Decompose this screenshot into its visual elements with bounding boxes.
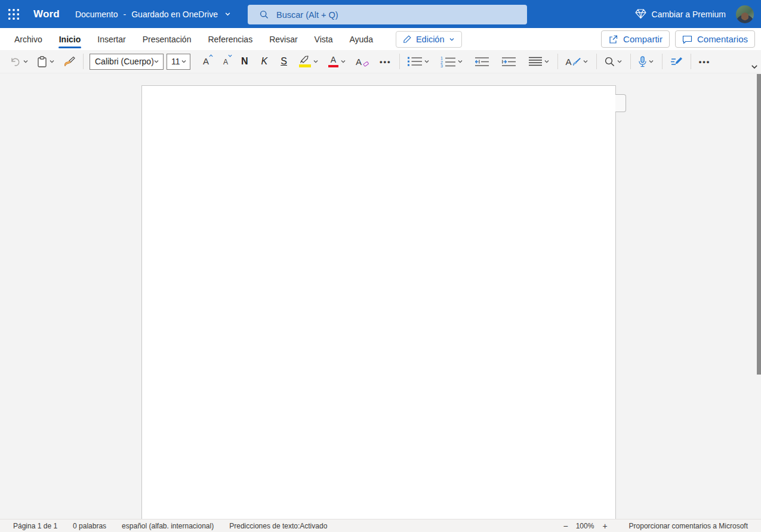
toolbar-separator bbox=[399, 54, 400, 69]
editor-button[interactable] bbox=[666, 52, 687, 70]
paste-button[interactable] bbox=[33, 52, 59, 70]
more-font-options-button[interactable]: ••• bbox=[375, 52, 396, 70]
share-icon bbox=[608, 35, 618, 44]
status-right-group: − 100% + Proporcionar comentarios a Micr… bbox=[563, 521, 761, 531]
toolbar-separator bbox=[83, 54, 84, 69]
shrink-font-button[interactable]: A bbox=[219, 52, 232, 70]
chevron-down-icon[interactable] bbox=[313, 58, 319, 64]
bold-button[interactable]: N bbox=[237, 52, 252, 70]
search-icon bbox=[605, 57, 615, 67]
style-brush-icon bbox=[572, 57, 581, 66]
app-logo-word[interactable]: Word bbox=[33, 8, 60, 20]
status-bar: Página 1 de 1 0 palabras español (alfab.… bbox=[0, 519, 761, 532]
tab-inicio[interactable]: Inicio bbox=[51, 28, 90, 50]
alignment-button[interactable] bbox=[525, 52, 554, 70]
dictate-button[interactable] bbox=[634, 52, 658, 70]
comments-button[interactable]: Comentarios bbox=[675, 30, 755, 48]
editing-mode-dropdown[interactable]: Edición bbox=[396, 31, 462, 48]
chevron-down-icon[interactable] bbox=[544, 58, 550, 64]
chevron-down-icon[interactable] bbox=[583, 58, 589, 64]
bold-glyph: N bbox=[241, 56, 248, 67]
bullets-button[interactable] bbox=[403, 52, 434, 70]
premium-label: Cambiar a Premium bbox=[652, 10, 726, 19]
zoom-in-button[interactable]: + bbox=[602, 521, 607, 531]
vertical-scrollbar[interactable] bbox=[757, 74, 761, 375]
zoom-out-button[interactable]: − bbox=[563, 521, 568, 531]
font-size-combobox[interactable]: 11 bbox=[167, 54, 190, 70]
zoom-level[interactable]: 100% bbox=[576, 522, 594, 530]
toolbar-separator bbox=[596, 54, 597, 69]
italic-glyph: K bbox=[261, 56, 268, 67]
tab-archivo[interactable]: Archivo bbox=[6, 28, 51, 50]
document-title-area[interactable]: Documento - Guardado en OneDrive bbox=[75, 10, 231, 19]
styles-button[interactable]: A bbox=[562, 52, 593, 70]
document-title[interactable]: Documento bbox=[75, 10, 118, 19]
grow-font-button[interactable]: A bbox=[199, 52, 213, 70]
more-commands-button[interactable]: ••• bbox=[695, 52, 715, 70]
decrease-indent-button[interactable] bbox=[471, 52, 493, 70]
align-justify-icon bbox=[529, 57, 542, 66]
ellipsis-icon: ••• bbox=[380, 57, 392, 66]
chevron-down-icon bbox=[181, 58, 187, 64]
clear-formatting-button[interactable]: A bbox=[352, 52, 373, 70]
caret-up-icon bbox=[208, 54, 214, 58]
comment-margin-tab[interactable] bbox=[615, 94, 626, 112]
word-count-status[interactable]: 0 palabras bbox=[73, 522, 106, 530]
share-label: Compartir bbox=[623, 34, 663, 44]
feedback-link[interactable]: Proporcionar comentarios a Microsoft bbox=[629, 522, 748, 530]
toolbar-separator bbox=[662, 54, 663, 69]
chevron-down-icon[interactable] bbox=[340, 58, 346, 64]
chevron-down-icon[interactable] bbox=[23, 58, 29, 64]
chevron-down-icon[interactable] bbox=[224, 11, 231, 17]
format-painter-button[interactable] bbox=[59, 52, 79, 70]
increase-indent-button[interactable] bbox=[498, 52, 520, 70]
page-count-status[interactable]: Página 1 de 1 bbox=[13, 522, 57, 530]
svg-text:3: 3 bbox=[440, 64, 443, 67]
document-page[interactable] bbox=[141, 85, 616, 519]
ribbon-toolbar: Calibri (Cuerpo) 11 A A N K S A bbox=[0, 50, 761, 73]
save-status[interactable]: Guardado en OneDrive bbox=[131, 10, 218, 19]
search-input[interactable]: Buscar (Alt + Q) bbox=[248, 5, 527, 24]
font-size-value: 11 bbox=[171, 57, 181, 66]
chevron-down-icon[interactable] bbox=[617, 58, 623, 64]
language-status[interactable]: español (alfab. internacional) bbox=[122, 522, 214, 530]
chevron-down-icon[interactable] bbox=[648, 58, 654, 64]
caret-down-icon bbox=[227, 54, 233, 58]
chevron-down-icon bbox=[751, 63, 758, 70]
tab-ayuda[interactable]: Ayuda bbox=[341, 28, 381, 50]
find-button[interactable] bbox=[600, 52, 627, 70]
numbered-list-icon: 1 2 3 bbox=[440, 56, 455, 67]
app-launcher-button[interactable] bbox=[0, 0, 27, 28]
topbar-right-group: Cambiar a Premium bbox=[635, 5, 761, 23]
font-color-glyph: A bbox=[331, 55, 336, 64]
numbering-button[interactable]: 1 2 3 bbox=[436, 52, 467, 70]
account-avatar[interactable] bbox=[736, 5, 754, 23]
tab-presentacion[interactable]: Presentación bbox=[134, 28, 200, 50]
undo-button[interactable] bbox=[6, 52, 33, 70]
tab-insertar[interactable]: Insertar bbox=[89, 28, 134, 50]
clear-format-glyph: A bbox=[356, 57, 362, 67]
font-name-combobox[interactable]: Calibri (Cuerpo) bbox=[90, 54, 164, 70]
text-predictions-status[interactable]: Predicciones de texto:Activado bbox=[229, 522, 327, 530]
highlight-color-button[interactable] bbox=[295, 52, 323, 70]
ribbon-tab-row: Archivo Inicio Insertar Presentación Ref… bbox=[0, 28, 761, 50]
tab-revisar[interactable]: Revisar bbox=[261, 28, 306, 50]
chevron-down-icon[interactable] bbox=[457, 58, 463, 64]
chevron-down-icon[interactable] bbox=[49, 58, 55, 64]
share-button[interactable]: Compartir bbox=[601, 30, 670, 48]
collapse-ribbon-button[interactable] bbox=[751, 63, 758, 70]
underline-button[interactable]: S bbox=[276, 52, 291, 70]
chevron-down-icon bbox=[153, 58, 159, 64]
italic-button[interactable]: K bbox=[257, 52, 272, 70]
upgrade-premium-button[interactable]: Cambiar a Premium bbox=[635, 9, 726, 19]
tab-vista[interactable]: Vista bbox=[306, 28, 341, 50]
eraser-icon bbox=[363, 61, 369, 67]
toolbar-separator bbox=[691, 54, 691, 69]
tab-referencias[interactable]: Referencias bbox=[199, 28, 261, 50]
outdent-icon bbox=[475, 57, 489, 67]
shrink-font-glyph: A bbox=[223, 58, 228, 66]
font-color-button[interactable]: A bbox=[324, 52, 350, 70]
comments-label: Comentarios bbox=[697, 34, 748, 44]
chevron-down-icon[interactable] bbox=[424, 58, 430, 64]
font-color-icon: A bbox=[328, 55, 338, 67]
